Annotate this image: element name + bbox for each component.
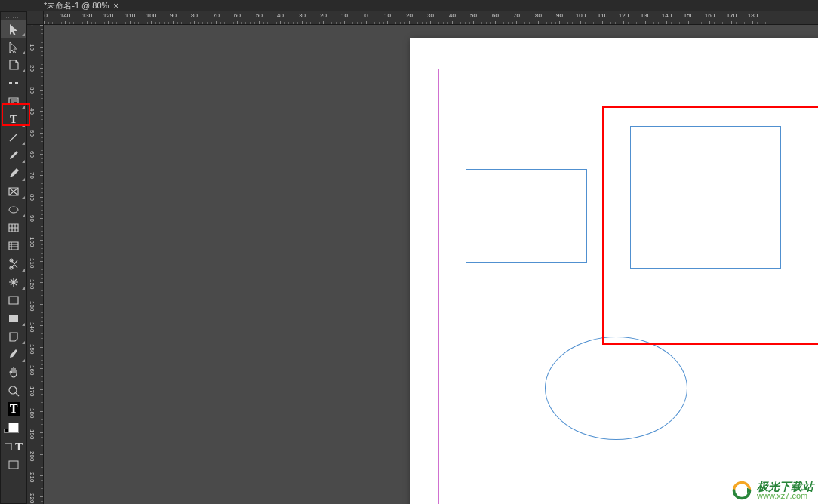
- ellipse-icon: [8, 204, 20, 216]
- ruler-v-tick: 40: [27, 111, 44, 112]
- watermark-logo-icon: [731, 480, 752, 501]
- ruler-v-tick: 30: [27, 90, 44, 91]
- rectangle-frame-1[interactable]: [466, 169, 587, 263]
- note-tool-icon: [8, 330, 20, 343]
- scissors-tool[interactable]: [1, 255, 26, 273]
- ruler-v-tick: 70: [27, 175, 44, 176]
- ruler-h-tick: 120: [623, 11, 624, 25]
- ruler-v-tick: 110: [27, 261, 44, 262]
- type-tool[interactable]: T: [1, 110, 26, 128]
- free-transform-tool[interactable]: [1, 273, 26, 291]
- ruler-h-tick: 140: [65, 11, 66, 25]
- canvas-viewport[interactable]: [44, 25, 818, 504]
- zoom-tool-icon: [8, 385, 20, 397]
- pencil-tool-icon: [8, 167, 20, 180]
- workspace: 3014013012011010090807060504030201001020…: [27, 11, 818, 504]
- pen-tool[interactable]: [1, 146, 26, 164]
- fill-stroke-swatch[interactable]: T: [1, 400, 26, 418]
- ruler-h-tick: 10: [344, 11, 345, 25]
- table-tool[interactable]: [1, 219, 26, 237]
- ruler-h-tick: 60: [237, 11, 238, 25]
- direct-selection-tool[interactable]: [1, 38, 26, 56]
- ruler-h-tick: 110: [602, 11, 603, 25]
- tab-close-icon[interactable]: ×: [113, 1, 118, 11]
- watermark: 极光下载站 www.xz7.com: [731, 480, 813, 501]
- ruler-h-tick: 130: [645, 11, 646, 25]
- ellipse-frame[interactable]: [545, 337, 687, 440]
- ruler-h-tick: 130: [87, 11, 88, 25]
- gradient-feather-tool[interactable]: [1, 309, 26, 327]
- hand-tool[interactable]: [1, 364, 26, 382]
- ruler-h-tick: 180: [752, 11, 753, 25]
- margin-guide-v: [438, 69, 439, 504]
- ruler-h-tick: 140: [666, 11, 667, 25]
- ruler-v-tick: 50: [27, 133, 44, 134]
- gradient-feather-tool-icon: [8, 312, 20, 324]
- line-tool[interactable]: [1, 128, 26, 146]
- ruler-h-tick: 30: [430, 11, 431, 25]
- line-tool-icon: [8, 131, 20, 143]
- zoom-tool[interactable]: [1, 382, 26, 400]
- scissors-tool-icon: [8, 258, 20, 270]
- ruler-v-tick: 20: [27, 68, 44, 69]
- gap-tool[interactable]: [1, 74, 26, 92]
- ruler-v-tick: 140: [27, 325, 44, 326]
- ruler-h-tick: 60: [495, 11, 496, 25]
- ruler-v-tick: 100: [27, 240, 44, 241]
- watermark-title: 极光下载站: [757, 481, 813, 492]
- eyedropper-tool[interactable]: [1, 346, 26, 364]
- ruler-h-tick: 20: [323, 11, 324, 25]
- free-transform-tool-icon: [8, 276, 20, 288]
- ruler-h-tick: 80: [538, 11, 539, 25]
- ruler-v-tick: 180: [27, 411, 44, 412]
- direct-selection-tool-icon: [8, 41, 20, 53]
- pencil-tool[interactable]: [1, 164, 26, 183]
- rectangle-tool[interactable]: [1, 201, 26, 219]
- table-tool-icon: [8, 222, 20, 234]
- ruler-v-tick: 60: [27, 154, 44, 155]
- ruler-h-tick: 120: [108, 11, 109, 25]
- ruler-v-tick: 130: [27, 304, 44, 305]
- ruler-v-tick: 150: [27, 347, 44, 348]
- type-icon: T: [10, 113, 17, 126]
- ruler-v-tick: 210: [27, 475, 44, 476]
- ruler-h-tick: 80: [194, 11, 195, 25]
- ruler-h-tick: 70: [216, 11, 217, 25]
- page-tool[interactable]: [1, 56, 26, 74]
- ruler-h-tick: 40: [280, 11, 281, 25]
- ruler-h-tick: 100: [151, 11, 152, 25]
- ruler-h-tick: 0: [366, 11, 367, 25]
- color-mode-indicator[interactable]: [2, 419, 25, 436]
- ruler-h-tick: 30: [44, 11, 45, 25]
- inline-table-tool-icon: [8, 240, 20, 252]
- tab-title: *未命名-1 @ 80%: [44, 0, 109, 11]
- content-collector-tool-icon: [8, 95, 20, 107]
- vertical-ruler[interactable]: 0102030405060708090100110120130140150160…: [27, 25, 44, 504]
- note-tool[interactable]: [1, 327, 26, 346]
- ruler-h-tick: 170: [731, 11, 732, 25]
- selection-tool[interactable]: [1, 20, 26, 38]
- tools-panel: T T T: [0, 11, 27, 504]
- content-collector-tool[interactable]: [1, 92, 26, 110]
- ruler-v-tick: 80: [27, 197, 44, 198]
- rectangle-frame-tool[interactable]: [1, 183, 26, 201]
- eyedropper-tool-icon: [8, 349, 20, 361]
- page-tool-icon: [8, 59, 20, 71]
- gap-tool-icon: [8, 77, 20, 89]
- rectangle-frame-tool-icon: [8, 186, 20, 198]
- inline-table-tool[interactable]: [1, 237, 26, 255]
- selection-tool-icon: [8, 23, 20, 35]
- ruler-h-tick: 50: [473, 11, 474, 25]
- apply-color-container[interactable]: T: [1, 438, 26, 456]
- ruler-h-tick: 90: [559, 11, 560, 25]
- gradient-swatch-tool[interactable]: [1, 291, 26, 309]
- watermark-url: www.xz7.com: [757, 492, 813, 500]
- rectangle-frame-2[interactable]: [630, 126, 781, 269]
- screen-mode[interactable]: [1, 456, 26, 474]
- ruler-h-tick: 150: [688, 11, 689, 25]
- svg-point-0: [9, 207, 18, 213]
- ruler-origin[interactable]: [27, 11, 44, 25]
- main-area: T T T 3014013012011010090807060504030201…: [0, 11, 818, 504]
- ruler-h-tick: 30: [302, 11, 303, 25]
- horizontal-ruler[interactable]: 3014013012011010090807060504030201001020…: [44, 11, 818, 25]
